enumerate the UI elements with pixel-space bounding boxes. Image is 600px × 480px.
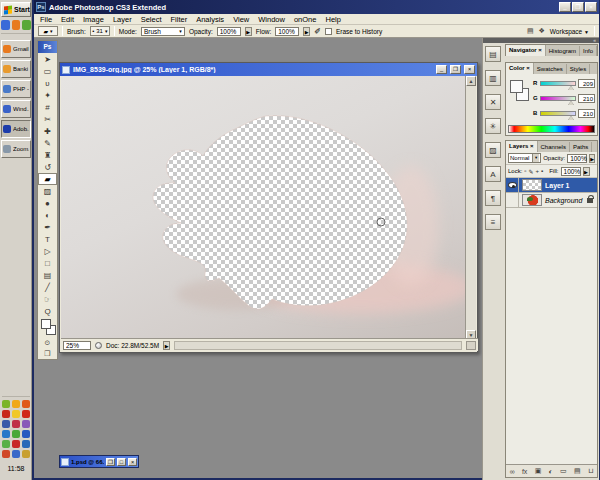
layer-comps-panel-icon[interactable]: ▨ <box>485 142 501 158</box>
layer-name[interactable]: Layer 1 <box>545 182 570 189</box>
visibility-toggle[interactable] <box>506 178 519 193</box>
red-value-input[interactable]: 209 <box>578 79 595 88</box>
notes-panel-icon[interactable]: ≡ <box>485 214 501 230</box>
opacity-spinner[interactable]: ▶ <box>245 27 252 36</box>
palette-well-icon[interactable]: ▤ <box>527 27 534 35</box>
eraser-tool-preset[interactable]: ▰▾ <box>38 26 58 36</box>
green-value-input[interactable]: 210 <box>578 94 595 103</box>
panel-tab[interactable]: Styles <box>567 64 590 74</box>
photo-app-icon[interactable] <box>22 20 31 30</box>
menu-item[interactable]: Edit <box>61 15 74 24</box>
menu-item[interactable]: Window <box>258 15 285 24</box>
tray-icon[interactable] <box>22 410 30 418</box>
character-panel-icon[interactable]: A <box>485 166 501 182</box>
tray-icon[interactable] <box>22 420 30 428</box>
task-button[interactable]: Adob... <box>1 120 31 138</box>
layer-row-layer1[interactable]: Layer 1 <box>506 178 597 193</box>
doc-minimize-button[interactable]: _ <box>436 65 447 74</box>
red-slider[interactable] <box>540 81 576 86</box>
mini-maximize-button[interactable]: □ <box>117 458 126 466</box>
task-button[interactable]: Banki ... <box>1 60 31 78</box>
task-button[interactable]: Zoom... <box>1 140 31 158</box>
layer-name[interactable]: Background <box>545 197 582 204</box>
slider-thumb[interactable] <box>568 86 574 90</box>
panel-tab[interactable]: Info <box>580 46 597 56</box>
mini-restore-button[interactable]: ❐ <box>106 458 115 466</box>
menu-item[interactable]: Select <box>141 15 162 24</box>
mini-close-button[interactable]: × <box>128 458 137 466</box>
green-slider[interactable] <box>540 96 576 101</box>
panel-tab[interactable]: Histogram <box>546 46 580 56</box>
tray-icon[interactable] <box>12 410 20 418</box>
panel-tab[interactable]: Layers × <box>506 141 538 152</box>
task-button[interactable]: Gmail ... <box>1 40 31 58</box>
lock-transparency-icon[interactable]: ▫ <box>524 168 526 175</box>
menu-item[interactable]: onOne <box>294 15 317 24</box>
panel-tab[interactable]: Paths <box>570 142 592 152</box>
tool-button[interactable]: Q <box>38 305 57 317</box>
slider-thumb[interactable] <box>568 116 574 120</box>
tray-icon[interactable] <box>12 400 20 408</box>
opacity-input[interactable]: 100% <box>217 27 241 36</box>
adjustment-layer-icon[interactable]: ◐ <box>549 468 553 475</box>
layer-opacity-input[interactable]: 100% <box>567 154 587 163</box>
tray-icon[interactable] <box>12 430 20 438</box>
doc-restore-button[interactable]: ❐ <box>450 65 461 74</box>
color-spectrum-ramp[interactable] <box>508 125 595 133</box>
tool-button[interactable]: ✂ <box>38 113 57 125</box>
tool-button[interactable]: ▨ <box>38 185 57 197</box>
dock-collapse-bar[interactable]: « <box>483 38 599 43</box>
tool-button[interactable]: ▷ <box>38 245 57 257</box>
clone-source-panel-icon[interactable]: ✕ <box>485 94 501 110</box>
tray-icon[interactable] <box>22 440 30 448</box>
layer-row-background[interactable]: Background <box>506 193 597 208</box>
document-title-bar[interactable]: IMG_8539-org.jpg @ 25% (Layer 1, RGB/8*)… <box>60 63 477 76</box>
layer-thumbnail[interactable] <box>522 179 542 191</box>
lock-paint-icon[interactable]: ✎ <box>528 168 533 175</box>
brushes-panel-icon[interactable]: ▥ <box>485 70 501 86</box>
restore-button[interactable]: ❐ <box>572 2 584 12</box>
lock-position-icon[interactable]: + <box>536 168 540 175</box>
tool-button[interactable]: ● <box>38 197 57 209</box>
flow-spinner[interactable]: ▶ <box>303 27 310 36</box>
tray-icon[interactable] <box>2 430 10 438</box>
new-layer-icon[interactable]: ▤ <box>574 467 581 475</box>
blue-slider[interactable] <box>540 111 576 116</box>
menu-item[interactable]: Image <box>83 15 104 24</box>
tray-icon[interactable] <box>2 440 10 448</box>
history-panel-icon[interactable]: ▤ <box>485 46 501 62</box>
menu-item[interactable]: View <box>233 15 249 24</box>
link-layers-icon[interactable]: ∞ <box>510 468 515 475</box>
fill-spinner[interactable]: ▶ <box>583 167 590 176</box>
resize-grip[interactable] <box>466 341 476 350</box>
task-button[interactable]: Wind... <box>1 100 31 118</box>
minimize-button[interactable]: _ <box>559 2 571 12</box>
tray-icon[interactable] <box>12 440 20 448</box>
menu-item[interactable]: Layer <box>113 15 132 24</box>
close-button[interactable]: × <box>585 2 597 12</box>
tray-icon[interactable] <box>12 450 20 458</box>
workspace-button[interactable]: Workspace ▼ <box>550 28 589 35</box>
tray-icon[interactable] <box>22 400 30 408</box>
tray-icon[interactable] <box>2 400 10 408</box>
tool-palette-header[interactable]: Ps <box>38 41 57 53</box>
zoom-level-input[interactable]: 25% <box>63 341 91 350</box>
tool-button[interactable]: ☞ <box>38 293 57 305</box>
status-options-arrow[interactable]: ▶ <box>163 341 170 350</box>
menu-item[interactable]: Filter <box>171 15 188 24</box>
quick-mask-button[interactable]: ⊙ <box>38 337 57 348</box>
erase-to-history-checkbox[interactable] <box>325 28 332 35</box>
slider-thumb[interactable] <box>568 101 574 105</box>
panel-tab[interactable]: Swatches <box>534 64 567 74</box>
minimized-document-window[interactable]: 1.psd @ 66.7... ❐ □ × <box>59 455 139 468</box>
tray-icon[interactable] <box>22 430 30 438</box>
menu-item[interactable]: File <box>40 15 52 24</box>
tool-button[interactable]: ↺ <box>38 161 57 173</box>
menu-item[interactable]: Help <box>325 15 340 24</box>
foreground-color-swatch[interactable] <box>41 319 51 329</box>
fill-input[interactable]: 100% <box>561 167 581 176</box>
tool-button[interactable]: ✚ <box>38 125 57 137</box>
tool-button[interactable]: ◐ <box>38 209 57 221</box>
tool-button[interactable]: ▤ <box>38 269 57 281</box>
tray-icon[interactable] <box>2 420 10 428</box>
